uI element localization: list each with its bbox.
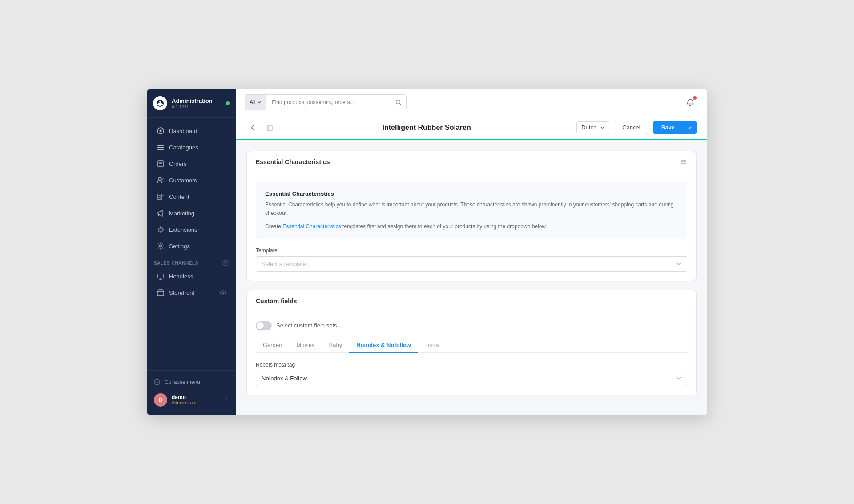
settings-icon: [157, 242, 165, 250]
svg-rect-11: [157, 194, 162, 199]
user-name: demo: [172, 394, 220, 400]
sidebar-item-content[interactable]: Content: [149, 189, 233, 205]
sidebar-item-label: Catalogues: [169, 144, 198, 151]
svg-point-10: [161, 178, 163, 180]
search-filter-container: All: [245, 94, 407, 110]
save-button[interactable]: Save: [653, 121, 683, 134]
sidebar-item-settings[interactable]: Settings: [149, 238, 233, 254]
collapse-menu-btn[interactable]: Collapse menu: [149, 375, 233, 389]
catalogues-icon: [157, 143, 165, 151]
sidebar-item-customers[interactable]: Customers: [149, 172, 233, 188]
add-sales-channel-icon[interactable]: [222, 260, 229, 266]
page-title: Intelligent Rubber Solaren: [282, 124, 571, 132]
sidebar-item-label: Settings: [169, 243, 190, 250]
headless-icon: [157, 272, 165, 280]
sidebar-item-label: Content: [169, 194, 189, 200]
save-dropdown-button[interactable]: [683, 121, 697, 134]
svg-point-1: [160, 130, 162, 132]
robots-label: Robots meta tag: [256, 362, 687, 368]
svg-point-24: [220, 291, 226, 294]
status-indicator: [226, 101, 230, 105]
custom-fields-header: Custom fields: [247, 290, 696, 312]
search-input[interactable]: [266, 95, 391, 110]
chevron-down-icon: [676, 261, 681, 266]
sidebar-item-orders[interactable]: Orders: [149, 156, 233, 172]
sidebar-item-storefront[interactable]: Storefront: [149, 285, 233, 301]
language-label: Dutch: [581, 124, 596, 131]
chevron-down-icon: [600, 125, 604, 130]
card-body: Essential Characteristics Essential Char…: [247, 173, 696, 281]
copy-icon: [267, 124, 274, 131]
svg-rect-30: [269, 126, 273, 130]
essential-info-box: Essential Characteristics Essential Char…: [256, 182, 687, 239]
robots-select[interactable]: NoIndex & Follow: [256, 371, 687, 386]
sidebar-item-extensions[interactable]: Extensions: [149, 222, 233, 238]
marketing-icon: [157, 209, 165, 217]
card-header: Essential Characteristics: [247, 151, 696, 173]
svg-line-14: [162, 195, 164, 196]
tab-baby[interactable]: Baby: [322, 338, 350, 353]
orders-icon: [157, 160, 165, 168]
essential-link-text: Create Essential Characteristics templat…: [265, 222, 678, 231]
notifications-button[interactable]: [682, 94, 698, 110]
custom-field-toggle[interactable]: [256, 321, 272, 330]
collapse-icon: [154, 379, 160, 385]
sidebar-item-marketing[interactable]: Marketing: [149, 205, 233, 221]
custom-fields-title: Custom fields: [256, 298, 297, 305]
template-placeholder: Select a template...: [262, 261, 311, 267]
essential-inner-title: Essential Characteristics: [265, 190, 678, 197]
language-select[interactable]: Dutch: [576, 121, 609, 133]
tab-movies[interactable]: Movies: [289, 338, 322, 353]
sidebar-item-label: Dashboard: [169, 128, 197, 134]
sidebar-item-label: Storefront: [169, 290, 194, 296]
back-button[interactable]: [246, 121, 259, 134]
dashboard-icon: [157, 127, 165, 135]
svg-rect-2: [157, 145, 164, 146]
user-role: Administrator: [172, 400, 220, 405]
chevron-down-icon: [257, 100, 262, 105]
chevron-down-icon: [676, 375, 681, 381]
avatar: D: [154, 393, 167, 407]
robots-value: NoIndex & Follow: [262, 375, 307, 382]
save-group: Save: [653, 121, 697, 134]
template-select[interactable]: Select a template...: [256, 256, 687, 272]
search-filter-button[interactable]: All: [245, 95, 266, 110]
robots-field-container: Robots meta tag NoIndex & Follow: [256, 362, 687, 386]
svg-rect-4: [157, 149, 164, 150]
page-content-area: Essential Characteristics Essential Char…: [236, 140, 707, 415]
tab-garden[interactable]: Garden: [256, 338, 289, 353]
user-row[interactable]: D demo Administrator ⌃: [149, 389, 233, 411]
back-arrow-icon: [249, 124, 256, 131]
essential-description: Essential Characteristics help you to de…: [265, 201, 678, 218]
app-title-group: Administration 6.4.14.0: [172, 97, 222, 109]
toggle-label: Select custom field sets: [276, 322, 337, 329]
sidebar-item-catalogues[interactable]: Catalogues: [149, 139, 233, 155]
collapse-menu-label: Collapse menu: [165, 379, 200, 385]
storefront-icon: [157, 289, 165, 297]
svg-line-29: [400, 104, 402, 105]
sidebar-nav: Dashboard Catalogues: [147, 118, 236, 370]
essential-characteristics-card: Essential Characteristics Essential Char…: [246, 151, 697, 281]
sidebar-item-label: Headless: [169, 273, 193, 280]
sidebar: Administration 6.4.14.0 Dashboard: [147, 89, 236, 415]
tab-noindex[interactable]: Noindex & Nofollow: [349, 338, 418, 353]
copy-button[interactable]: [264, 121, 277, 134]
cancel-button[interactable]: Cancel: [615, 121, 648, 134]
card-menu-button[interactable]: [680, 158, 687, 165]
tab-tools[interactable]: Tools: [418, 338, 446, 353]
sidebar-item-dashboard[interactable]: Dashboard: [149, 123, 233, 139]
sales-channels-section: Sales Channels: [147, 254, 236, 268]
card-title: Essential Characteristics: [256, 158, 330, 165]
svg-rect-20: [158, 274, 163, 278]
customers-icon: [157, 176, 165, 184]
essential-link[interactable]: Essential Characteristics: [282, 223, 341, 230]
search-button[interactable]: [391, 95, 406, 110]
annotation-arrow: [246, 353, 251, 395]
sidebar-item-label: Extensions: [169, 226, 197, 233]
extensions-icon: [157, 226, 165, 234]
svg-point-16: [160, 245, 162, 247]
search-icon: [395, 99, 402, 105]
svg-rect-23: [157, 292, 164, 296]
storefront-visibility-icon[interactable]: [220, 290, 226, 296]
sidebar-item-headless[interactable]: Headless: [149, 268, 233, 284]
